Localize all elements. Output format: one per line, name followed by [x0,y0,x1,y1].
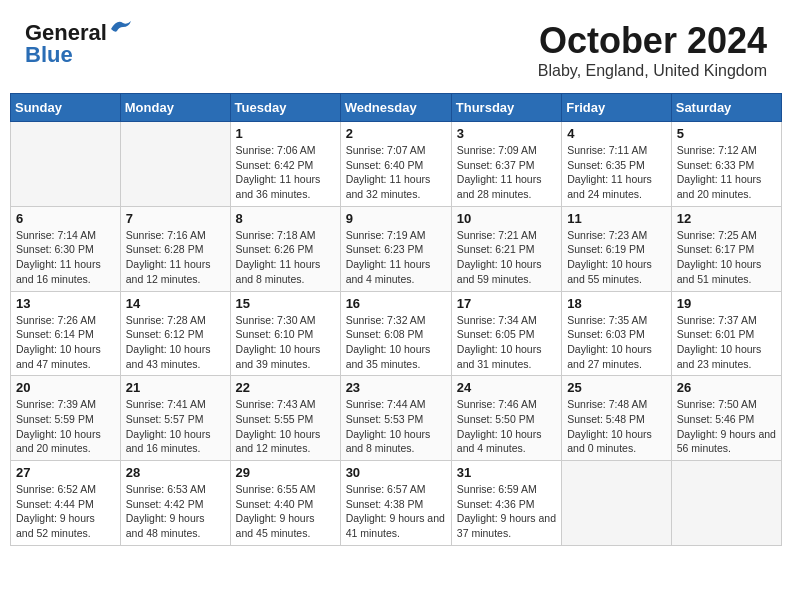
calendar-cell: 31Sunrise: 6:59 AMSunset: 4:36 PMDayligh… [451,461,561,546]
calendar-table: SundayMondayTuesdayWednesdayThursdayFrid… [10,93,782,546]
weekday-header: Tuesday [230,94,340,122]
day-number: 19 [677,296,776,311]
day-number: 27 [16,465,115,480]
calendar-cell: 16Sunrise: 7:32 AMSunset: 6:08 PMDayligh… [340,291,451,376]
day-number: 29 [236,465,335,480]
day-info: Sunrise: 6:52 AMSunset: 4:44 PMDaylight:… [16,482,115,541]
day-number: 8 [236,211,335,226]
day-info: Sunrise: 7:18 AMSunset: 6:26 PMDaylight:… [236,228,335,287]
weekday-header: Saturday [671,94,781,122]
day-number: 13 [16,296,115,311]
calendar-cell: 12Sunrise: 7:25 AMSunset: 6:17 PMDayligh… [671,206,781,291]
day-info: Sunrise: 7:32 AMSunset: 6:08 PMDaylight:… [346,313,446,372]
day-number: 12 [677,211,776,226]
day-number: 31 [457,465,556,480]
day-number: 7 [126,211,225,226]
day-number: 5 [677,126,776,141]
day-number: 2 [346,126,446,141]
calendar-cell: 26Sunrise: 7:50 AMSunset: 5:46 PMDayligh… [671,376,781,461]
day-info: Sunrise: 6:59 AMSunset: 4:36 PMDaylight:… [457,482,556,541]
day-number: 6 [16,211,115,226]
calendar-cell: 25Sunrise: 7:48 AMSunset: 5:48 PMDayligh… [562,376,672,461]
day-number: 10 [457,211,556,226]
calendar-cell: 27Sunrise: 6:52 AMSunset: 4:44 PMDayligh… [11,461,121,546]
day-number: 20 [16,380,115,395]
weekday-header: Monday [120,94,230,122]
day-number: 14 [126,296,225,311]
day-info: Sunrise: 7:41 AMSunset: 5:57 PMDaylight:… [126,397,225,456]
month-title: October 2024 [538,20,767,62]
calendar-cell [120,122,230,207]
day-number: 11 [567,211,666,226]
day-info: Sunrise: 7:12 AMSunset: 6:33 PMDaylight:… [677,143,776,202]
calendar-cell: 23Sunrise: 7:44 AMSunset: 5:53 PMDayligh… [340,376,451,461]
calendar-cell: 30Sunrise: 6:57 AMSunset: 4:38 PMDayligh… [340,461,451,546]
calendar-week-row: 1Sunrise: 7:06 AMSunset: 6:42 PMDaylight… [11,122,782,207]
day-number: 23 [346,380,446,395]
calendar-cell: 21Sunrise: 7:41 AMSunset: 5:57 PMDayligh… [120,376,230,461]
calendar-cell: 17Sunrise: 7:34 AMSunset: 6:05 PMDayligh… [451,291,561,376]
calendar-cell: 13Sunrise: 7:26 AMSunset: 6:14 PMDayligh… [11,291,121,376]
day-info: Sunrise: 6:53 AMSunset: 4:42 PMDaylight:… [126,482,225,541]
calendar-week-row: 13Sunrise: 7:26 AMSunset: 6:14 PMDayligh… [11,291,782,376]
day-info: Sunrise: 7:46 AMSunset: 5:50 PMDaylight:… [457,397,556,456]
calendar-cell: 2Sunrise: 7:07 AMSunset: 6:40 PMDaylight… [340,122,451,207]
day-info: Sunrise: 7:07 AMSunset: 6:40 PMDaylight:… [346,143,446,202]
location: Blaby, England, United Kingdom [538,62,767,80]
day-info: Sunrise: 7:30 AMSunset: 6:10 PMDaylight:… [236,313,335,372]
day-info: Sunrise: 6:57 AMSunset: 4:38 PMDaylight:… [346,482,446,541]
calendar-cell: 20Sunrise: 7:39 AMSunset: 5:59 PMDayligh… [11,376,121,461]
calendar-week-row: 6Sunrise: 7:14 AMSunset: 6:30 PMDaylight… [11,206,782,291]
day-info: Sunrise: 7:21 AMSunset: 6:21 PMDaylight:… [457,228,556,287]
calendar-cell: 8Sunrise: 7:18 AMSunset: 6:26 PMDaylight… [230,206,340,291]
calendar-cell: 7Sunrise: 7:16 AMSunset: 6:28 PMDaylight… [120,206,230,291]
day-number: 1 [236,126,335,141]
day-number: 26 [677,380,776,395]
calendar-cell: 22Sunrise: 7:43 AMSunset: 5:55 PMDayligh… [230,376,340,461]
title-block: October 2024 Blaby, England, United King… [538,20,767,80]
weekday-header: Friday [562,94,672,122]
day-number: 25 [567,380,666,395]
calendar-week-row: 20Sunrise: 7:39 AMSunset: 5:59 PMDayligh… [11,376,782,461]
weekday-header: Thursday [451,94,561,122]
weekday-header: Wednesday [340,94,451,122]
day-info: Sunrise: 7:16 AMSunset: 6:28 PMDaylight:… [126,228,225,287]
day-info: Sunrise: 7:23 AMSunset: 6:19 PMDaylight:… [567,228,666,287]
calendar-cell: 15Sunrise: 7:30 AMSunset: 6:10 PMDayligh… [230,291,340,376]
weekday-header-row: SundayMondayTuesdayWednesdayThursdayFrid… [11,94,782,122]
calendar-cell: 3Sunrise: 7:09 AMSunset: 6:37 PMDaylight… [451,122,561,207]
day-number: 4 [567,126,666,141]
calendar-cell: 1Sunrise: 7:06 AMSunset: 6:42 PMDaylight… [230,122,340,207]
calendar-week-row: 27Sunrise: 6:52 AMSunset: 4:44 PMDayligh… [11,461,782,546]
calendar-cell: 5Sunrise: 7:12 AMSunset: 6:33 PMDaylight… [671,122,781,207]
day-info: Sunrise: 7:06 AMSunset: 6:42 PMDaylight:… [236,143,335,202]
logo-bird-icon [109,19,131,39]
day-number: 30 [346,465,446,480]
calendar-cell [562,461,672,546]
calendar-cell [11,122,121,207]
calendar-cell: 11Sunrise: 7:23 AMSunset: 6:19 PMDayligh… [562,206,672,291]
logo-blue: Blue [25,42,73,68]
calendar-cell: 9Sunrise: 7:19 AMSunset: 6:23 PMDaylight… [340,206,451,291]
day-info: Sunrise: 7:26 AMSunset: 6:14 PMDaylight:… [16,313,115,372]
calendar-cell: 29Sunrise: 6:55 AMSunset: 4:40 PMDayligh… [230,461,340,546]
day-number: 18 [567,296,666,311]
calendar-cell: 6Sunrise: 7:14 AMSunset: 6:30 PMDaylight… [11,206,121,291]
day-number: 28 [126,465,225,480]
logo: General Blue [25,20,131,68]
calendar-cell: 14Sunrise: 7:28 AMSunset: 6:12 PMDayligh… [120,291,230,376]
day-info: Sunrise: 7:48 AMSunset: 5:48 PMDaylight:… [567,397,666,456]
day-info: Sunrise: 7:19 AMSunset: 6:23 PMDaylight:… [346,228,446,287]
calendar-cell: 10Sunrise: 7:21 AMSunset: 6:21 PMDayligh… [451,206,561,291]
calendar-cell: 24Sunrise: 7:46 AMSunset: 5:50 PMDayligh… [451,376,561,461]
day-number: 3 [457,126,556,141]
day-info: Sunrise: 7:39 AMSunset: 5:59 PMDaylight:… [16,397,115,456]
calendar-cell: 18Sunrise: 7:35 AMSunset: 6:03 PMDayligh… [562,291,672,376]
day-number: 15 [236,296,335,311]
day-info: Sunrise: 7:44 AMSunset: 5:53 PMDaylight:… [346,397,446,456]
calendar-cell: 28Sunrise: 6:53 AMSunset: 4:42 PMDayligh… [120,461,230,546]
day-number: 24 [457,380,556,395]
day-number: 9 [346,211,446,226]
day-info: Sunrise: 7:25 AMSunset: 6:17 PMDaylight:… [677,228,776,287]
day-number: 16 [346,296,446,311]
